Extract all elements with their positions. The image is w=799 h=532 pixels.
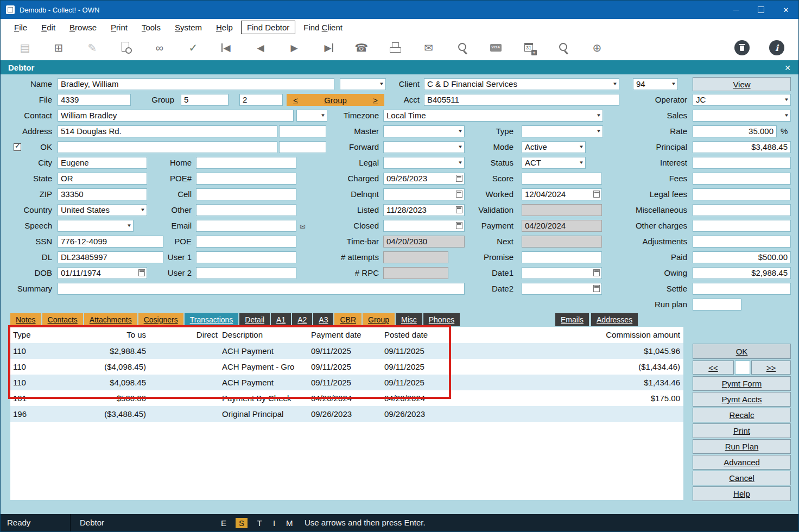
view-button[interactable]: View (693, 77, 791, 91)
tab-attachments[interactable]: Attachments (84, 313, 137, 326)
calendar-icon[interactable] (593, 285, 600, 292)
new-record-icon[interactable]: ⊞ (52, 41, 66, 55)
client-number-dropdown[interactable]: 94 (633, 78, 678, 90)
country-dropdown[interactable]: United States (58, 204, 147, 216)
timezone-dropdown[interactable]: Local Time (383, 110, 603, 122)
miscellaneous-field[interactable] (693, 204, 791, 216)
next-page-button[interactable]: >> (751, 360, 791, 375)
next-record-icon[interactable] (287, 41, 301, 55)
poe-input[interactable] (196, 236, 296, 248)
binoculars-find-icon[interactable]: ∞ (153, 41, 167, 55)
menu-item-tools[interactable]: Tools (136, 21, 167, 34)
cancel-button[interactable]: Cancel (693, 471, 791, 485)
rate-input[interactable]: 35.000 (693, 125, 777, 137)
transaction-row[interactable]: 110($4,098.45)ACH Payment - Gro09/11/202… (10, 359, 683, 375)
charged-date-field[interactable]: 09/26/2023 (383, 173, 465, 185)
email-icon[interactable]: ✉ (422, 41, 436, 55)
menu-item-browse[interactable]: Browse (64, 21, 103, 34)
tab-contacts[interactable]: Contacts (42, 313, 83, 326)
listed-date-field[interactable]: 11/28/2023 (383, 204, 465, 216)
pymt-form-button[interactable]: Pymt Form (693, 376, 791, 391)
menu-item-find-debtor[interactable]: Find Debtor (241, 21, 295, 34)
menu-item-edit[interactable]: Edit (35, 21, 61, 34)
tab-a1[interactable]: A1 (271, 313, 291, 326)
closed-date-field[interactable] (383, 220, 465, 232)
run-plan-input[interactable] (693, 299, 741, 311)
menu-item-print[interactable]: Print (105, 21, 134, 34)
advanced-button[interactable]: Advanced (693, 455, 791, 470)
file-input[interactable]: 4339 (58, 94, 131, 106)
status-dropdown[interactable]: ACT (522, 157, 586, 169)
owing-field[interactable]: $2,988.45 (693, 267, 791, 279)
tab-a2[interactable]: A2 (292, 313, 312, 326)
master-dropdown[interactable] (383, 125, 465, 137)
tab-misc[interactable]: Misc (396, 313, 422, 326)
state-input[interactable]: OR (58, 173, 147, 185)
minimize-button[interactable] (724, 1, 749, 19)
user1-input[interactable] (196, 251, 296, 263)
promise-field[interactable] (522, 251, 602, 263)
dob-date-field[interactable]: 01/11/1974 (58, 267, 147, 279)
transaction-row[interactable]: 110$4,098.45ACH Payment09/11/202509/11/2… (10, 375, 683, 390)
commit-check-icon[interactable]: ✓ (186, 41, 200, 55)
help-button[interactable]: Help (693, 486, 791, 501)
legal-dropdown[interactable] (383, 157, 465, 169)
send-email-icon[interactable] (300, 221, 308, 230)
group-input-1[interactable]: 5 (181, 94, 229, 106)
other-phone-input[interactable] (196, 204, 296, 216)
tab-emails[interactable]: Emails (555, 313, 589, 326)
phone-icon[interactable]: ☎ (354, 41, 369, 55)
menu-item-help[interactable]: Help (210, 21, 239, 34)
tab-group[interactable]: Group (363, 313, 395, 326)
city-input[interactable]: Eugene (58, 157, 147, 169)
paid-field[interactable]: $500.00 (693, 251, 791, 263)
sales-dropdown[interactable] (693, 110, 791, 122)
transaction-row[interactable]: 110$2,988.45ACH Payment09/11/202509/11/2… (10, 343, 683, 359)
tab-addresses[interactable]: Addresses (591, 313, 638, 326)
tab-detail[interactable]: Detail (239, 313, 270, 326)
poe-number-input[interactable] (196, 173, 296, 185)
group-prev-button[interactable]: < (293, 96, 298, 105)
forward-dropdown[interactable] (383, 141, 465, 153)
score-input[interactable] (522, 173, 602, 185)
menu-item-file[interactable]: File (8, 21, 33, 34)
schedule-icon[interactable] (523, 41, 537, 55)
cell-phone-input[interactable] (196, 188, 296, 200)
first-record-icon[interactable] (220, 41, 234, 55)
calendar-icon[interactable] (593, 269, 600, 276)
delnqnt-date-field[interactable] (383, 188, 465, 200)
tab-phones[interactable]: Phones (423, 313, 460, 326)
last-record-icon[interactable] (321, 41, 335, 55)
client-dropdown[interactable]: C & D Financial Services (424, 78, 619, 90)
mode-dropdown[interactable]: Active (522, 141, 586, 153)
acct-input[interactable]: B405511 (424, 94, 619, 106)
search-icon[interactable] (556, 41, 570, 55)
operator-dropdown[interactable]: JC (693, 94, 791, 106)
info-icon[interactable] (769, 40, 784, 55)
ok-button[interactable]: OK (693, 344, 791, 359)
payment-card-icon[interactable] (489, 41, 503, 55)
transaction-row[interactable]: 101$500.00Payment By Check04/20/202404/2… (10, 390, 683, 406)
zip-input[interactable]: 33350 (58, 188, 147, 200)
contact-input[interactable]: William Bradley (58, 110, 294, 122)
email-input[interactable] (196, 220, 296, 232)
menu-item-find-client[interactable]: Find Client (297, 21, 348, 34)
transaction-row[interactable]: 196($3,488.45)Original Principal09/26/20… (10, 406, 683, 422)
tab-notes[interactable]: Notes (10, 313, 41, 326)
address-line2-input[interactable] (58, 141, 277, 153)
worked-date-field[interactable]: 12/04/2024 (522, 188, 602, 200)
interest-field[interactable] (693, 157, 791, 169)
lookup-icon[interactable] (455, 41, 470, 55)
menu-item-system[interactable]: System (169, 21, 208, 34)
calendar-icon[interactable] (593, 191, 600, 198)
principal-field[interactable]: $3,488.45 (693, 141, 791, 153)
pymt-accts-button[interactable]: Pymt Accts (693, 392, 791, 407)
edit-record-icon[interactable]: ✎ (85, 41, 99, 55)
home-phone-input[interactable] (196, 157, 296, 169)
run-plan-button[interactable]: Run Plan (693, 439, 791, 454)
tab-cosigners[interactable]: Cosigners (138, 313, 183, 326)
legal-fees-field[interactable] (693, 188, 791, 200)
print-icon[interactable] (388, 41, 402, 55)
settle-field[interactable] (693, 283, 791, 295)
fees-field[interactable] (693, 173, 791, 185)
